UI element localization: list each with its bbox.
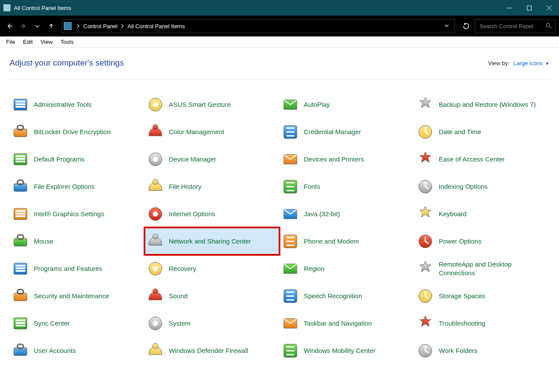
svg-rect-0 <box>527 6 531 10</box>
cp-item-label: Credential Manager <box>304 128 361 136</box>
cp-item-label: Region <box>304 264 325 273</box>
cp-item-region[interactable]: Region <box>280 255 414 282</box>
cp-item-network-and-sharing-center[interactable]: Network and Sharing Center <box>145 227 280 255</box>
refresh-button[interactable] <box>459 19 473 33</box>
cp-item-troubleshooting[interactable]: Troubleshooting <box>414 310 549 337</box>
cp-item-label: File History <box>169 182 201 191</box>
cp-item-mouse[interactable]: Mouse <box>10 227 145 255</box>
view-by-label: View by: <box>488 60 510 66</box>
items-grid: Administrative ToolsASUS Smart GestureAu… <box>10 79 549 364</box>
cp-item-icon <box>280 285 301 307</box>
svg-point-40 <box>153 266 158 271</box>
breadcrumb-all-items[interactable]: All Control Panel Items <box>127 22 186 30</box>
recent-locations-button[interactable] <box>31 20 43 32</box>
cp-item-date-and-time[interactable]: Date and Time <box>414 118 549 145</box>
chevron-down-icon: ▼ <box>545 61 549 66</box>
cp-item-device-manager[interactable]: Device Manager <box>145 145 280 173</box>
cp-item-internet-options[interactable]: Internet Options <box>145 200 280 227</box>
cp-item-speech-recognition[interactable]: Speech Recognition <box>280 282 414 310</box>
svg-point-18 <box>153 157 158 162</box>
cp-item-icon <box>145 203 166 225</box>
cp-item-recovery[interactable]: Recovery <box>145 255 280 282</box>
menu-file[interactable]: File <box>3 37 19 46</box>
cp-item-programs-and-features[interactable]: Programs and Features <box>10 255 145 282</box>
cp-item-icon <box>145 94 166 115</box>
forward-button[interactable] <box>17 20 30 32</box>
control-panel-app-icon <box>3 4 10 11</box>
cp-item-java-32-bit[interactable]: Java (32-bit) <box>280 200 414 227</box>
cp-item-icon <box>280 231 301 252</box>
cp-item-devices-and-printers[interactable]: Devices and Printers <box>280 145 414 173</box>
cp-item-administrative-tools[interactable]: Administrative Tools <box>10 91 145 118</box>
menu-tools[interactable]: Tools <box>57 37 77 46</box>
menu-view[interactable]: View <box>37 37 56 46</box>
view-by-dropdown[interactable]: Large icons ▼ <box>513 60 549 66</box>
cp-item-sound[interactable]: Sound <box>145 282 280 310</box>
cp-item-icon <box>280 121 301 143</box>
cp-item-default-programs[interactable]: Default Programs <box>10 145 145 173</box>
maximize-button[interactable] <box>519 0 539 16</box>
navbar: Control Panel All Control Panel Items <box>0 16 559 36</box>
search-icon <box>546 23 552 30</box>
svg-rect-42 <box>17 290 23 294</box>
minimize-button[interactable] <box>499 0 519 16</box>
cp-item-file-history[interactable]: File History <box>145 173 280 200</box>
cp-item-credential-manager[interactable]: Credential Manager <box>280 118 414 145</box>
cp-item-asus-smart-gesture[interactable]: ASUS Smart Gesture <box>145 91 280 118</box>
cp-item-storage-spaces[interactable]: Storage Spaces <box>414 282 549 310</box>
cp-item-windows-defender-firewall[interactable]: Windows Defender Firewall <box>145 337 280 364</box>
cp-item-intel-graphics-settings[interactable]: Intel® Graphics Settings <box>10 200 145 227</box>
cp-item-system[interactable]: System <box>145 310 280 337</box>
back-button[interactable] <box>3 20 16 32</box>
cp-item-windows-mobility-center[interactable]: Windows Mobility Center <box>280 337 414 364</box>
breadcrumb-control-panel[interactable]: Control Panel <box>82 22 118 30</box>
cp-item-backup-and-restore-windows-7[interactable]: Backup and Restore (Windows 7) <box>414 91 549 118</box>
address-bar[interactable]: Control Panel All Control Panel Items <box>62 19 455 33</box>
cp-item-icon <box>280 94 301 115</box>
svg-rect-14 <box>16 155 25 157</box>
search-box[interactable] <box>475 19 556 33</box>
cp-item-work-folders[interactable]: Work Folders <box>414 337 549 364</box>
cp-item-autoplay[interactable]: AutoPlay <box>280 91 414 118</box>
cp-item-taskbar-and-navigation[interactable]: Taskbar and Navigation <box>280 310 414 337</box>
cp-item-indexing-options[interactable]: Indexing Options <box>414 173 549 200</box>
cp-item-remoteapp-and-desktop-connections[interactable]: RemoteApp and Desktop Connections <box>414 255 549 282</box>
svg-rect-48 <box>16 322 25 324</box>
cp-item-icon <box>10 313 31 334</box>
cp-item-icon <box>414 285 436 307</box>
cp-item-label: System <box>169 319 191 328</box>
menu-edit[interactable]: Edit <box>20 37 36 46</box>
cp-item-power-options[interactable]: Power Options <box>414 227 549 255</box>
cp-item-fonts[interactable]: Fonts <box>280 173 414 200</box>
up-button[interactable] <box>45 20 57 32</box>
cp-item-icon <box>280 313 301 334</box>
close-button[interactable] <box>539 0 559 16</box>
chevron-right-icon[interactable] <box>121 24 124 28</box>
cp-item-icon <box>414 313 436 334</box>
cp-item-ease-of-access-center[interactable]: Ease of Access Center <box>414 145 549 173</box>
svg-rect-38 <box>16 270 25 272</box>
cp-item-icon <box>145 340 166 362</box>
cp-item-color-management[interactable]: Color Management <box>145 118 280 145</box>
chevron-right-icon[interactable] <box>77 24 80 28</box>
cp-item-label: Taskbar and Navigation <box>304 319 372 328</box>
cp-item-user-accounts[interactable]: User Accounts <box>10 337 145 364</box>
svg-point-54 <box>153 343 158 349</box>
cp-item-label: Storage Spaces <box>439 292 485 300</box>
cp-item-bitlocker-drive-encryption[interactable]: BitLocker Drive Encryption <box>10 118 145 145</box>
cp-item-icon <box>10 176 31 198</box>
cp-item-icon <box>145 176 166 198</box>
cp-item-label: ASUS Smart Gesture <box>169 100 231 109</box>
cp-item-label: Devices and Printers <box>304 155 364 164</box>
cp-item-sync-center[interactable]: Sync Center <box>10 310 145 337</box>
cp-item-file-explorer-options[interactable]: File Explorer Options <box>10 173 145 200</box>
cp-item-label: Backup and Restore (Windows 7) <box>439 100 536 109</box>
cp-item-icon <box>10 203 31 225</box>
search-input[interactable] <box>479 23 539 30</box>
cp-item-security-and-maintenance[interactable]: Security and Maintenance <box>10 282 145 310</box>
cp-item-label: Ease of Access Center <box>439 155 505 164</box>
cp-item-phone-and-modem[interactable]: Phone and Modem <box>280 227 414 255</box>
address-dropdown-button[interactable] <box>444 22 449 30</box>
view-by-value: Large icons <box>513 60 543 66</box>
cp-item-keyboard[interactable]: Keyboard <box>414 200 549 227</box>
